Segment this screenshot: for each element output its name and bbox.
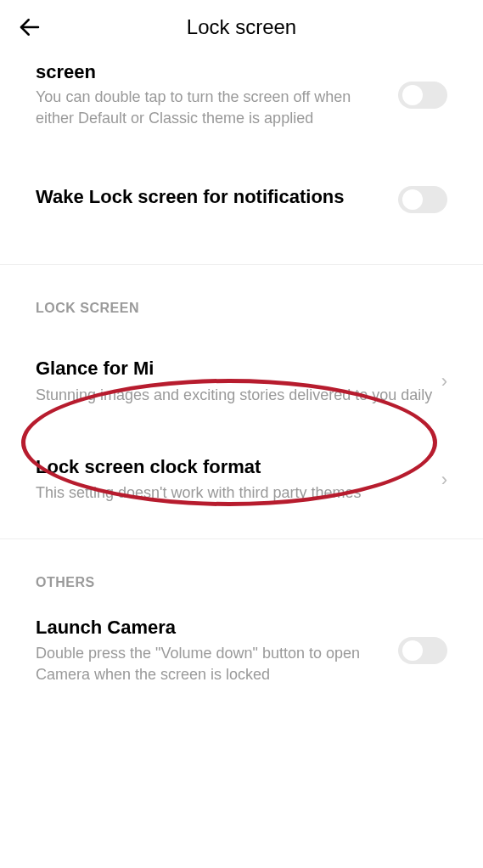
chevron-right-icon: ›: [441, 370, 447, 392]
setting-wake-lock[interactable]: Wake Lock screen for notifications: [0, 144, 483, 254]
setting-text: Glance for Mi Stunning images and exciti…: [36, 357, 433, 406]
toggle-knob: [402, 640, 423, 661]
setting-description: You can double tap to turn the screen of…: [36, 87, 381, 129]
toggle-knob: [402, 85, 423, 105]
toggle-wake-lock[interactable]: [398, 186, 447, 213]
header: Lock screen: [0, 0, 483, 54]
setting-text: Wake Lock screen for notifications: [36, 185, 381, 213]
setting-clock-format[interactable]: Lock screen clock format This setting do…: [0, 431, 483, 528]
setting-description: Stunning images and exciting stories del…: [36, 385, 433, 406]
section-header-others: OTHERS: [0, 550, 483, 600]
settings-list: screen You can double tap to turn the sc…: [0, 54, 483, 702]
setting-text: screen You can double tap to turn the sc…: [36, 61, 381, 129]
section-header-lock-screen: LOCK SCREEN: [0, 275, 483, 326]
toggle-launch-camera[interactable]: [398, 637, 447, 664]
setting-glance[interactable]: Glance for Mi Stunning images and exciti…: [0, 326, 483, 431]
divider: [0, 264, 483, 265]
divider: [0, 538, 483, 539]
chevron-right-icon: ›: [441, 469, 447, 491]
toggle-double-tap[interactable]: [398, 82, 447, 109]
setting-title: Lock screen clock format: [36, 455, 433, 480]
setting-text: Launch Camera Double press the "Volume d…: [36, 616, 381, 686]
setting-text: Lock screen clock format This setting do…: [36, 455, 433, 504]
setting-title: Wake Lock screen for notifications: [36, 185, 381, 210]
setting-title-truncated: screen: [36, 61, 381, 83]
setting-double-tap[interactable]: screen You can double tap to turn the sc…: [0, 54, 483, 144]
setting-title: Glance for Mi: [36, 357, 433, 381]
setting-title: Launch Camera: [36, 616, 381, 640]
setting-description: This setting doesn't work with third par…: [36, 482, 433, 504]
page-title: Lock screen: [17, 15, 466, 39]
toggle-knob: [402, 189, 423, 210]
setting-description: Double press the "Volume down" button to…: [36, 643, 381, 685]
setting-launch-camera[interactable]: Launch Camera Double press the "Volume d…: [0, 600, 483, 702]
